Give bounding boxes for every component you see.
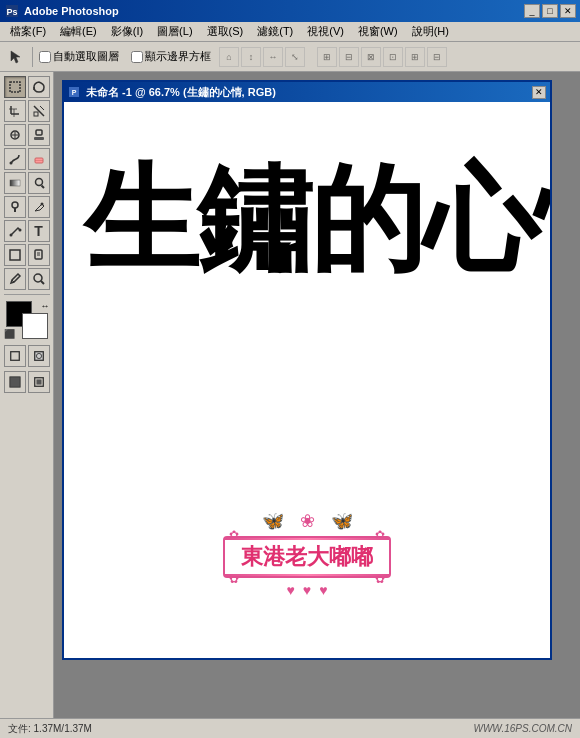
show-bounds-checkbox[interactable] [131,51,143,63]
heart-left-icon: ♥ [287,582,295,598]
tool-row-gradient [4,172,50,194]
color-selector: ↔ ⬛ [4,301,50,339]
svg-rect-28 [10,250,20,260]
menu-help[interactable]: 說明(H) [406,22,455,41]
disabled-transform-btns: ⌂ ↕ ↔ ⤡ [219,47,305,67]
window-controls: _ □ ✕ [524,4,576,18]
menu-image[interactable]: 影像(I) [105,22,149,41]
tool-row-text: T [4,220,50,242]
butterfly-left-icon: 🦋 [262,510,284,532]
transform-btn-1[interactable]: ⌂ [219,47,239,67]
title-bar: Ps Adobe Photoshop _ □ ✕ [0,0,580,22]
main-canvas-text: 生鏽的心情 [84,162,550,277]
doc-area: P 未命名 -1 @ 66.7% (生鏽的心情, RGB) ✕ 生鏽的心情 🦋 [54,72,580,718]
tools-panel: T ↔ ⬛ [0,72,54,718]
align-btn-4[interactable]: ⊡ [383,47,403,67]
heart-center-icon: ♥ [303,582,311,598]
transform-btn-2[interactable]: ↕ [241,47,261,67]
menu-filter[interactable]: 濾鏡(T) [251,22,299,41]
svg-line-32 [12,280,14,282]
svg-line-9 [34,106,44,116]
sub-canvas-text: 東港老大嘟嘟 [241,544,373,569]
blur-tool[interactable] [28,172,50,194]
close-button[interactable]: ✕ [560,4,576,18]
doc-window: P 未命名 -1 @ 66.7% (生鏽的心情, RGB) ✕ 生鏽的心情 🦋 [62,80,552,660]
tool-row-heal [4,124,50,146]
app-icon: Ps [4,3,20,19]
doc-close-button[interactable]: ✕ [532,86,546,99]
full-screen-btn[interactable] [28,371,50,393]
notes-tool[interactable] [28,244,50,266]
maximize-button[interactable]: □ [542,4,558,18]
pen-tool[interactable] [28,196,50,218]
menu-view[interactable]: 視視(V) [301,22,350,41]
quickmask-mode-btn[interactable] [28,345,50,367]
stamp-tool[interactable] [28,124,50,146]
standard-mode-btn[interactable] [4,345,26,367]
tool-row-shapes [4,244,50,266]
healing-tool[interactable] [4,124,26,146]
svg-point-23 [12,202,18,208]
toolbar-move-btn[interactable] [4,46,26,68]
bottom-heart-deco: ♥ ♥ ♥ [287,582,328,598]
svg-rect-20 [10,180,20,186]
doc-title-bar: P 未命名 -1 @ 66.7% (生鏽的心情, RGB) ✕ [64,82,550,102]
heart-right-icon: ♥ [319,582,327,598]
gradient-tool[interactable] [4,172,26,194]
svg-rect-38 [9,377,19,387]
screen-mode-btn[interactable] [4,371,26,393]
menu-bar: 檔案(F) 編輯(E) 影像(I) 圖層(L) 選取(S) 濾鏡(T) 視視(V… [0,22,580,42]
flower-center-icon: ❀ [300,510,315,532]
svg-point-21 [35,179,42,186]
marquee-tool[interactable] [4,76,26,98]
svg-rect-40 [36,379,41,384]
main-area: T ↔ ⬛ [0,72,580,718]
align-btn-6[interactable]: ⊟ [427,47,447,67]
align-btns: ⊞ ⊟ ⊠ ⊡ ⊞ ⊟ [317,47,447,67]
top-deco: 🦋 ❀ 🦋 [262,510,353,532]
svg-text:Ps: Ps [6,7,17,17]
minimize-button[interactable]: _ [524,4,540,18]
transform-btn-4[interactable]: ⤡ [285,47,305,67]
auto-select-checkbox[interactable] [39,51,51,63]
svg-line-22 [41,186,44,189]
tool-separator-1 [4,294,50,295]
menu-layer[interactable]: 圖層(L) [151,22,198,41]
auto-select-label: 自動選取圖層 [53,49,119,64]
align-btn-1[interactable]: ⊞ [317,47,337,67]
reset-colors-icon[interactable]: ⬛ [4,329,15,339]
toolbar-separator-1 [32,47,33,67]
menu-file[interactable]: 檔案(F) [4,22,52,41]
swap-colors-icon[interactable]: ↔ [41,301,50,311]
slice-tool[interactable] [28,100,50,122]
align-btn-3[interactable]: ⊠ [361,47,381,67]
lasso-tool[interactable] [28,76,50,98]
svg-rect-35 [10,352,19,361]
align-btn-5[interactable]: ⊞ [405,47,425,67]
background-color[interactable] [22,313,48,339]
menu-window[interactable]: 視窗(W) [352,22,404,41]
menu-select[interactable]: 選取(S) [201,22,250,41]
butterfly-right-icon: 🦋 [331,510,353,532]
dodge-tool[interactable] [4,196,26,218]
eraser-tool[interactable] [28,148,50,170]
extra-btns [4,371,50,393]
canvas-area[interactable]: 生鏽的心情 🦋 ❀ 🦋 ✿ ✿ [64,102,550,658]
eyedropper-tool[interactable] [4,268,26,290]
crop-tool[interactable] [4,100,26,122]
text-tool[interactable]: T [28,220,50,242]
svg-point-26 [9,234,12,237]
align-btn-2[interactable]: ⊟ [339,47,359,67]
svg-rect-15 [36,130,42,135]
history-brush-tool[interactable] [4,148,26,170]
menu-edit[interactable]: 編輯(E) [54,22,103,41]
sub-border-box: ✿ ✿ ✿ ✿ 東港老大嘟嘟 [223,536,391,578]
svg-rect-3 [10,82,20,92]
transform-btn-3[interactable]: ↔ [263,47,283,67]
zoom-tool[interactable] [28,268,50,290]
shape-tool[interactable] [4,244,26,266]
svg-point-25 [40,203,43,206]
app-title: Adobe Photoshop [24,5,520,17]
svg-marker-2 [11,51,20,63]
path-select-tool[interactable] [4,220,26,242]
